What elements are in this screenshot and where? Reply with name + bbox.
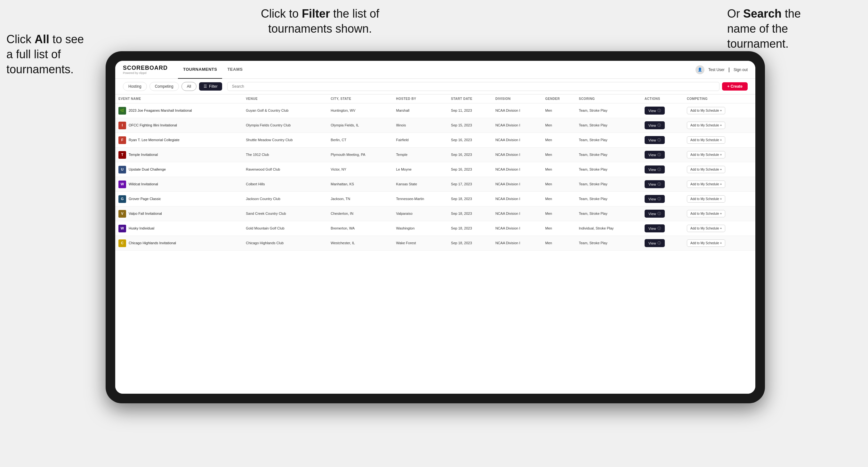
table-row: I OFCC Fighting Illini Invitational Olym… — [115, 118, 755, 133]
add-schedule-button[interactable]: Add to My Schedule + — [687, 107, 725, 114]
cell-actions: View ⓘ — [642, 103, 684, 118]
plus-icon: + — [720, 182, 722, 186]
info-icon: ⓘ — [657, 137, 661, 143]
cell-competing: Add to My Schedule + — [684, 221, 755, 236]
view-button[interactable]: View ⓘ — [645, 165, 665, 174]
add-schedule-button[interactable]: Add to My Schedule + — [687, 181, 725, 188]
add-schedule-button[interactable]: Add to My Schedule + — [687, 166, 725, 173]
add-schedule-button[interactable]: Add to My Schedule + — [687, 122, 725, 129]
add-schedule-button[interactable]: Add to My Schedule + — [687, 195, 725, 203]
view-button[interactable]: View ⓘ — [645, 106, 665, 115]
plus-icon: + — [720, 153, 722, 157]
filter-button[interactable]: ☰ Filter — [199, 82, 222, 91]
table-row: G Grover Page Classic Jackson Country Cl… — [115, 192, 755, 207]
cell-city-state: Victor, NY — [328, 162, 393, 177]
cell-scoring: Team, Stroke Play — [576, 148, 642, 162]
hosting-tab[interactable]: Hosting — [123, 82, 147, 91]
cell-event-name: W Wildcat Invitational — [115, 177, 243, 192]
event-name-text: Wildcat Invitational — [129, 182, 158, 187]
cell-scoring: Team, Stroke Play — [576, 118, 642, 133]
event-name-text: Upstate Dual Challenge — [129, 167, 166, 172]
cell-competing: Add to My Schedule + — [684, 118, 755, 133]
view-button[interactable]: View ⓘ — [645, 239, 665, 247]
col-start-date: START DATE — [448, 94, 492, 103]
cell-start-date: Sep 17, 2023 — [448, 177, 492, 192]
create-button[interactable]: + Create — [722, 82, 748, 91]
cell-gender: Men — [542, 236, 576, 251]
cell-event-name: W Husky Individual — [115, 221, 243, 236]
event-name-text: Valpo Fall Invitational — [129, 211, 162, 216]
cell-event-name: V Valpo Fall Invitational — [115, 207, 243, 221]
view-button[interactable]: View ⓘ — [645, 195, 665, 203]
view-button[interactable]: View ⓘ — [645, 180, 665, 188]
competing-tab[interactable]: Competing — [150, 82, 179, 91]
add-schedule-button[interactable]: Add to My Schedule + — [687, 136, 725, 144]
view-button[interactable]: View ⓘ — [645, 210, 665, 218]
header-right: 👤 Test User | Sign out — [695, 65, 748, 74]
search-input[interactable] — [227, 82, 720, 91]
annotation-all: Click All to seea full list oftournament… — [6, 32, 115, 77]
team-logo: W — [118, 181, 126, 188]
cell-venue: Gold Mountain Golf Club — [243, 221, 328, 236]
cell-actions: View ⓘ — [642, 192, 684, 207]
cell-start-date: Sep 16, 2023 — [448, 148, 492, 162]
info-icon: ⓘ — [657, 196, 661, 201]
col-event-name: EVENT NAME — [115, 94, 243, 103]
tablet-screen: SCOREBOARD Powered by clippd TOURNAMENTS… — [115, 61, 755, 394]
cell-division: NCAA Division I — [492, 162, 542, 177]
all-tab[interactable]: All — [182, 82, 196, 91]
cell-scoring: Team, Stroke Play — [576, 177, 642, 192]
cell-start-date: Sep 16, 2023 — [448, 162, 492, 177]
cell-actions: View ⓘ — [642, 148, 684, 162]
add-schedule-button[interactable]: Add to My Schedule + — [687, 210, 725, 217]
view-button[interactable]: View ⓘ — [645, 151, 665, 159]
annotation-search: Or Search thename of thetournament. — [727, 6, 849, 51]
cell-gender: Men — [542, 148, 576, 162]
cell-start-date: Sep 18, 2023 — [448, 207, 492, 221]
cell-venue: Chicago Highlands Club — [243, 236, 328, 251]
cell-city-state: Chesterton, IN — [328, 207, 393, 221]
add-schedule-button[interactable]: Add to My Schedule + — [687, 151, 725, 158]
view-button[interactable]: View ⓘ — [645, 136, 665, 144]
annotation-filter: Click to Filter the list oftournaments s… — [224, 6, 416, 36]
team-logo: C — [118, 240, 126, 247]
col-actions: ACTIONS — [642, 94, 684, 103]
table-container: EVENT NAME VENUE CITY, STATE HOSTED BY S… — [115, 94, 755, 394]
cell-venue: Shuttle Meadow Country Club — [243, 133, 328, 148]
cell-division: NCAA Division I — [492, 236, 542, 251]
cell-city-state: Manhattan, KS — [328, 177, 393, 192]
cell-city-state: Westchester, IL — [328, 236, 393, 251]
nav-tab-teams[interactable]: TEAMS — [222, 61, 248, 79]
table-row: W Wildcat Invitational Colbert Hills Man… — [115, 177, 755, 192]
cell-venue: The 1912 Club — [243, 148, 328, 162]
cell-actions: View ⓘ — [642, 207, 684, 221]
event-name-text: Temple Invitational — [129, 152, 158, 157]
plus-icon: + — [720, 197, 722, 201]
view-button[interactable]: View ⓘ — [645, 121, 665, 129]
view-button[interactable]: View ⓘ — [645, 224, 665, 232]
add-schedule-button[interactable]: Add to My Schedule + — [687, 240, 725, 247]
cell-division: NCAA Division I — [492, 133, 542, 148]
event-name-text: 2023 Joe Feaganes Marshall Invitational — [129, 108, 192, 113]
cell-scoring: Team, Stroke Play — [576, 207, 642, 221]
cell-division: NCAA Division I — [492, 148, 542, 162]
cell-competing: Add to My Schedule + — [684, 192, 755, 207]
toolbar: Hosting Competing All ☰ Filter + Create — [115, 79, 755, 94]
cell-competing: Add to My Schedule + — [684, 236, 755, 251]
nav-tab-tournaments[interactable]: TOURNAMENTS — [178, 61, 222, 79]
add-schedule-button[interactable]: Add to My Schedule + — [687, 225, 725, 232]
cell-event-name: G Grover Page Classic — [115, 192, 243, 207]
col-competing: COMPETING — [684, 94, 755, 103]
cell-hosted-by: Washington — [393, 221, 448, 236]
signout-link[interactable]: Sign out — [734, 67, 748, 72]
cell-actions: View ⓘ — [642, 133, 684, 148]
filter-label: Filter — [209, 84, 218, 89]
cell-city-state: Huntington, WV — [328, 103, 393, 118]
cell-competing: Add to My Schedule + — [684, 133, 755, 148]
cell-scoring: Team, Stroke Play — [576, 103, 642, 118]
team-logo: 🌿 — [118, 107, 126, 115]
cell-actions: View ⓘ — [642, 118, 684, 133]
plus-icon: + — [720, 138, 722, 142]
cell-event-name: T Temple Invitational — [115, 148, 243, 162]
cell-gender: Men — [542, 221, 576, 236]
